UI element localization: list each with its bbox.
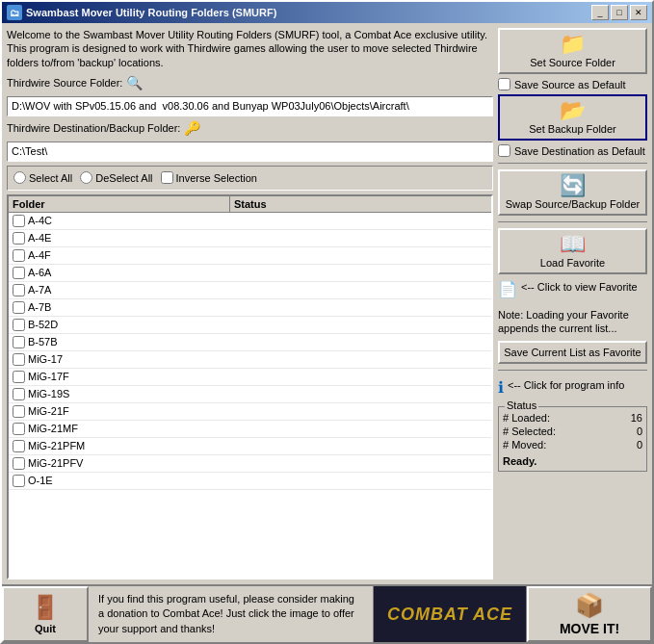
list-item[interactable]: A-4F bbox=[9, 247, 491, 265]
combat-ace-text: COMBAT ACE bbox=[387, 605, 512, 625]
list-item[interactable]: MiG-19S bbox=[9, 386, 491, 403]
list-item-checkbox[interactable] bbox=[13, 353, 25, 366]
swap-icon: 🔄 bbox=[560, 175, 586, 196]
list-item-checkbox[interactable] bbox=[13, 440, 25, 452]
note-row: Note: Loading your Favorite appends the … bbox=[498, 306, 647, 338]
app-icon: 🗂 bbox=[7, 5, 22, 20]
description-text: Welcome to the Swambast Mover Utility Ro… bbox=[7, 28, 493, 69]
select-all-label: Select All bbox=[29, 172, 72, 184]
set-backup-icon: 📂 bbox=[560, 100, 586, 121]
save-source-row: Save Source as Default bbox=[498, 78, 647, 90]
select-all-option[interactable]: Select All bbox=[13, 171, 72, 184]
save-favorite-label: Save Current List as Favorite bbox=[504, 347, 641, 358]
backup-folder-label-row: Thirdwire Destination/Backup Folder: 🔑 bbox=[7, 120, 493, 136]
folder-list[interactable]: Folder Status A-4CA-4EA-4FA-6AA-7AA-7BB-… bbox=[7, 194, 493, 580]
select-all-radio[interactable] bbox=[13, 171, 26, 184]
view-favorite-text: <-- Click to view Favorite bbox=[521, 280, 638, 294]
list-item[interactable]: A-7A bbox=[9, 282, 491, 299]
moved-row: # Moved: 0 bbox=[503, 438, 642, 451]
list-item-name: MiG-17F bbox=[28, 371, 69, 382]
list-item-checkbox[interactable] bbox=[13, 388, 25, 400]
list-item-checkbox[interactable] bbox=[13, 301, 25, 314]
list-item-name: MiG-21PFM bbox=[28, 440, 85, 451]
list-item[interactable]: O-1E bbox=[9, 473, 491, 490]
list-item[interactable]: MiG-21PFV bbox=[9, 455, 491, 473]
list-item-status bbox=[230, 341, 491, 343]
status-group-label: Status bbox=[505, 399, 538, 411]
program-info-icon[interactable]: ℹ bbox=[498, 378, 504, 399]
main-content: Welcome to the Swambast Mover Utility Ro… bbox=[2, 23, 652, 584]
list-item-checkbox[interactable] bbox=[13, 215, 25, 227]
deselect-all-label: DeSelect All bbox=[95, 172, 152, 184]
save-favorite-button[interactable]: Save Current List as Favorite bbox=[498, 341, 647, 364]
inverse-label: Inverse Selection bbox=[176, 172, 257, 184]
load-favorite-button[interactable]: 📖 Load Favorite bbox=[498, 228, 647, 274]
list-item[interactable]: B-57B bbox=[9, 334, 491, 351]
set-source-button[interactable]: 📁 Set Source Folder bbox=[498, 28, 647, 74]
source-folder-search-icon[interactable]: 🔍 bbox=[126, 75, 143, 90]
list-item[interactable]: A-4C bbox=[9, 213, 491, 230]
list-item-checkbox[interactable] bbox=[13, 423, 25, 435]
list-item-status bbox=[230, 410, 491, 412]
list-item[interactable]: A-4E bbox=[9, 230, 491, 247]
list-item-checkbox[interactable] bbox=[13, 336, 25, 348]
inverse-checkbox[interactable] bbox=[161, 171, 173, 184]
save-source-checkbox[interactable] bbox=[498, 78, 510, 90]
moved-value: 0 bbox=[623, 439, 642, 451]
backup-folder-label: Thirdwire Destination/Backup Folder: bbox=[7, 122, 180, 134]
list-item-status bbox=[230, 375, 491, 377]
source-folder-label: Thirdwire Source Folder: bbox=[7, 77, 122, 89]
list-item-name: A-4E bbox=[28, 232, 51, 244]
list-item-checkbox[interactable] bbox=[13, 475, 25, 487]
list-item[interactable]: MiG-21F bbox=[9, 403, 491, 421]
status-column-header: Status bbox=[230, 196, 491, 212]
list-item-name: B-57B bbox=[28, 336, 58, 348]
quit-button[interactable]: 🚪 Quit bbox=[2, 586, 89, 642]
list-item-checkbox[interactable] bbox=[13, 284, 25, 296]
list-item-checkbox[interactable] bbox=[13, 319, 25, 331]
list-item-status bbox=[230, 219, 491, 221]
list-item-checkbox[interactable] bbox=[13, 405, 25, 418]
set-backup-button[interactable]: 📂 Set Backup Folder bbox=[498, 94, 647, 141]
set-source-label: Set Source Folder bbox=[530, 57, 615, 68]
backup-folder-input[interactable] bbox=[7, 142, 493, 162]
list-item-name: MiG-21PFV bbox=[28, 457, 83, 469]
list-item[interactable]: MiG-21MF bbox=[9, 421, 491, 438]
list-item-name: A-4F bbox=[28, 249, 51, 261]
deselect-all-radio[interactable] bbox=[80, 171, 92, 184]
swap-button[interactable]: 🔄 Swap Source/Backup Folder bbox=[498, 169, 647, 216]
deselect-all-option[interactable]: DeSelect All bbox=[80, 171, 152, 184]
list-item-name: MiG-21F bbox=[28, 405, 69, 417]
folder-column-header: Folder bbox=[9, 196, 230, 212]
separator-3 bbox=[498, 370, 647, 371]
list-item[interactable]: A-6A bbox=[9, 265, 491, 282]
list-item[interactable]: MiG-17 bbox=[9, 351, 491, 369]
source-folder-input[interactable] bbox=[7, 96, 493, 116]
backup-folder-search-icon[interactable]: 🔑 bbox=[184, 120, 200, 136]
window-title: Swambast Mover Utility Routing Folders (… bbox=[26, 7, 276, 18]
combat-ace-banner[interactable]: COMBAT ACE bbox=[373, 586, 527, 642]
list-item-checkbox[interactable] bbox=[13, 232, 25, 245]
list-item-checkbox[interactable] bbox=[13, 457, 25, 470]
close-button[interactable]: ✕ bbox=[630, 5, 647, 20]
quit-label: Quit bbox=[35, 623, 56, 634]
list-item[interactable]: A-7B bbox=[9, 299, 491, 317]
maximize-button[interactable]: □ bbox=[611, 5, 628, 20]
save-dest-row: Save Destination as Default bbox=[498, 144, 647, 157]
right-panel: 📁 Set Source Folder Save Source as Defau… bbox=[498, 28, 647, 580]
save-dest-checkbox[interactable] bbox=[498, 144, 510, 157]
status-group: Status # Loaded: 16 # Selected: 0 # Move… bbox=[498, 406, 647, 472]
selection-row: Select All DeSelect All Inverse Selectio… bbox=[7, 166, 493, 191]
list-item[interactable]: MiG-17F bbox=[9, 369, 491, 386]
list-item[interactable]: B-52D bbox=[9, 317, 491, 334]
move-it-button[interactable]: 📦 MOVE IT! bbox=[527, 586, 652, 642]
list-item-checkbox[interactable] bbox=[13, 249, 25, 262]
list-item-checkbox[interactable] bbox=[13, 371, 25, 383]
quit-icon: 🚪 bbox=[31, 594, 60, 621]
list-item[interactable]: MiG-21PFM bbox=[9, 438, 491, 455]
list-item-checkbox[interactable] bbox=[13, 267, 25, 279]
minimize-button[interactable]: _ bbox=[591, 5, 609, 20]
inverse-option[interactable]: Inverse Selection bbox=[161, 171, 257, 184]
move-it-icon: 📦 bbox=[575, 592, 604, 619]
view-favorite-icon[interactable]: 📄 bbox=[498, 280, 517, 300]
